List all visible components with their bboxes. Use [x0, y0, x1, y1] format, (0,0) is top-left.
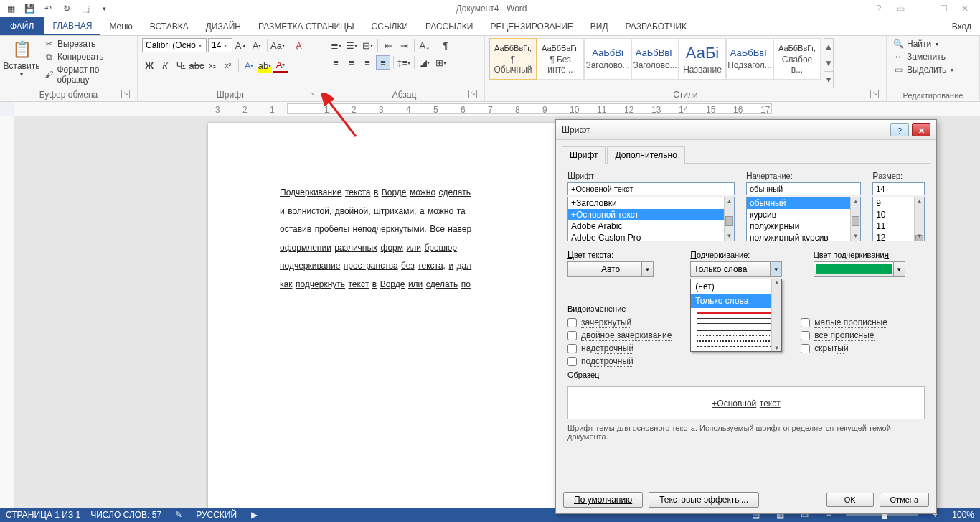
- italic-button[interactable]: К: [158, 58, 172, 73]
- format-painter-button[interactable]: 🖌Формат по образцу: [42, 64, 133, 85]
- list-item[interactable]: +Заголовки: [568, 197, 734, 209]
- cut-button[interactable]: ✂Вырезать: [42, 38, 133, 50]
- font-name-combo[interactable]: Calibri (Осно▾: [142, 38, 207, 52]
- list-item[interactable]: курсив: [747, 209, 860, 220]
- style-item[interactable]: АаБбВвГЗаголово...: [631, 38, 679, 80]
- chk-hidden[interactable]: скрытый: [801, 343, 887, 353]
- underline-color-combo[interactable]: ▼: [814, 261, 905, 277]
- style-item[interactable]: АаБбВвГг,¶ Без инте...: [537, 38, 584, 80]
- clear-formatting-button[interactable]: A̷: [291, 38, 306, 52]
- justify-button[interactable]: ≡: [376, 55, 390, 70]
- ok-button[interactable]: OK: [826, 493, 874, 507]
- signin-link[interactable]: Вход: [943, 17, 980, 35]
- help-icon[interactable]: ?: [871, 4, 887, 14]
- line-spacing-button[interactable]: ‡≡▾: [397, 55, 411, 70]
- decrease-indent-button[interactable]: ⇤: [381, 38, 395, 52]
- style-item[interactable]: АаБбВіЗаголово...: [584, 38, 631, 80]
- qat-dropdown-icon[interactable]: ▾: [96, 1, 112, 16]
- tab-design[interactable]: ДИЗАЙН: [197, 17, 250, 35]
- underline-opt-line[interactable]: [697, 346, 776, 347]
- change-case-button[interactable]: Aa▾: [270, 38, 285, 52]
- tab-developer[interactable]: РАЗРАБОТЧИК: [617, 17, 696, 35]
- word-count[interactable]: ЧИСЛО СЛОВ: 57: [90, 510, 161, 520]
- chk-superscript[interactable]: надстрочный: [567, 343, 672, 353]
- copy-button[interactable]: ⧉Копировать: [42, 51, 133, 62]
- bullets-button[interactable]: ≣▾: [329, 38, 343, 52]
- font-launcher-icon[interactable]: ↘: [308, 90, 316, 98]
- underline-opt-words[interactable]: Только слова: [691, 294, 781, 308]
- underline-button[interactable]: Ч▾: [174, 58, 188, 73]
- underline-opt-none[interactable]: (нет): [691, 279, 781, 294]
- text-effects-button[interactable]: A▾: [242, 58, 256, 73]
- tab-review[interactable]: РЕЦЕНЗИРОВАНИЕ: [481, 17, 581, 35]
- sort-button[interactable]: A↓: [418, 38, 432, 52]
- subscript-button[interactable]: x₂: [205, 58, 220, 73]
- style-item[interactable]: АаБбВвГг,¶ Обычный: [489, 38, 537, 80]
- underline-style-dropdown[interactable]: (нет) Только слова ▲▼: [690, 279, 782, 352]
- font-color-button[interactable]: A▾: [273, 58, 288, 73]
- align-right-button[interactable]: ≡: [360, 55, 374, 70]
- find-button[interactable]: 🔍Найти▾: [891, 38, 955, 50]
- list-item[interactable]: Adobe Arabic: [568, 220, 734, 232]
- dialog-help-icon[interactable]: ?: [890, 123, 909, 136]
- list-item[interactable]: +Основной текст: [568, 209, 734, 220]
- select-button[interactable]: ▭Выделить▾: [891, 64, 955, 75]
- text-color-combo[interactable]: Авто▼: [567, 261, 654, 277]
- dialog-tab-font[interactable]: Шрифт: [562, 146, 606, 164]
- page-count[interactable]: СТРАНИЦА 1 ИЗ 1: [6, 510, 80, 520]
- underline-opt-line[interactable]: [697, 335, 776, 336]
- dialog-tab-advanced[interactable]: Дополнительно: [607, 146, 684, 164]
- style-item[interactable]: АаБіНазвание: [679, 38, 726, 80]
- tab-home[interactable]: ГЛАВНАЯ: [44, 17, 100, 35]
- font-name-input[interactable]: [567, 182, 735, 195]
- save-icon[interactable]: 💾: [22, 1, 37, 16]
- ruler-vertical[interactable]: [0, 116, 14, 508]
- font-size-combo[interactable]: 14▾: [208, 38, 232, 52]
- style-item[interactable]: АаБбВвГПодзагол...: [726, 38, 773, 80]
- cancel-button[interactable]: Отмена: [880, 493, 929, 507]
- show-hide-button[interactable]: ¶: [438, 38, 453, 52]
- ribbon-display-icon[interactable]: ▭: [892, 4, 908, 14]
- multilevel-list-button[interactable]: ⊟▾: [360, 38, 374, 52]
- tab-references[interactable]: ССЫЛКИ: [363, 17, 417, 35]
- styles-launcher-icon[interactable]: ↘: [870, 90, 879, 98]
- text-effects-button[interactable]: Текстовые эффекты...: [649, 492, 759, 508]
- chk-double-strike[interactable]: двойное зачеркивание: [567, 330, 672, 340]
- underline-opt-line[interactable]: [697, 340, 776, 342]
- underline-opt-line[interactable]: [697, 323, 776, 325]
- touch-mode-icon[interactable]: ⬚: [77, 1, 93, 16]
- align-center-button[interactable]: ≡: [344, 55, 359, 70]
- tab-view[interactable]: ВИД: [582, 17, 617, 35]
- borders-button[interactable]: ⊞▾: [433, 55, 448, 70]
- tab-insert[interactable]: ВСТАВКА: [141, 17, 197, 35]
- shrink-font-button[interactable]: A▾: [250, 38, 264, 52]
- list-item[interactable]: обычный: [747, 197, 860, 209]
- highlight-button[interactable]: ab▾: [258, 58, 272, 73]
- zoom-level[interactable]: 100%: [952, 510, 974, 520]
- dialog-close-icon[interactable]: ✕: [912, 123, 930, 136]
- tab-mailings[interactable]: РАССЫЛКИ: [417, 17, 481, 35]
- underline-style-combo[interactable]: Только слова▼: [690, 261, 782, 277]
- underline-opt-line[interactable]: [697, 330, 776, 331]
- minimize-icon[interactable]: —: [914, 4, 930, 14]
- tab-layout[interactable]: РАЗМЕТКА СТРАНИЦЫ: [250, 17, 363, 35]
- font-name-list[interactable]: +Заголовки+Основной текстAdobe ArabicAdo…: [567, 197, 735, 241]
- font-size-list[interactable]: 910111214▲▼: [872, 197, 925, 241]
- list-item[interactable]: Adobe Caslon Pro: [568, 232, 734, 241]
- styles-gallery[interactable]: АаБбВвГг,¶ ОбычныйАаБбВвГг,¶ Без инте...…: [489, 38, 821, 80]
- paste-button[interactable]: 📋 Вставить ▾: [4, 38, 39, 78]
- macro-icon[interactable]: ▶: [247, 510, 261, 520]
- styles-up-icon[interactable]: ▲: [824, 39, 833, 55]
- font-style-input[interactable]: [746, 182, 861, 195]
- proofing-icon[interactable]: ✎: [171, 510, 186, 520]
- underline-opt-line[interactable]: [697, 312, 776, 314]
- chk-subscript[interactable]: подстрочный: [567, 356, 672, 366]
- styles-more-icon[interactable]: ▾: [824, 72, 833, 88]
- replace-button[interactable]: ↔Заменить: [891, 51, 955, 62]
- clipboard-launcher-icon[interactable]: ↘: [121, 90, 130, 98]
- numbering-button[interactable]: ☰▾: [344, 38, 359, 52]
- close-icon[interactable]: ✕: [957, 4, 973, 14]
- maximize-icon[interactable]: ☐: [936, 4, 951, 14]
- grow-font-button[interactable]: A▲: [234, 38, 248, 52]
- chk-smallcaps[interactable]: малые прописные: [801, 317, 887, 327]
